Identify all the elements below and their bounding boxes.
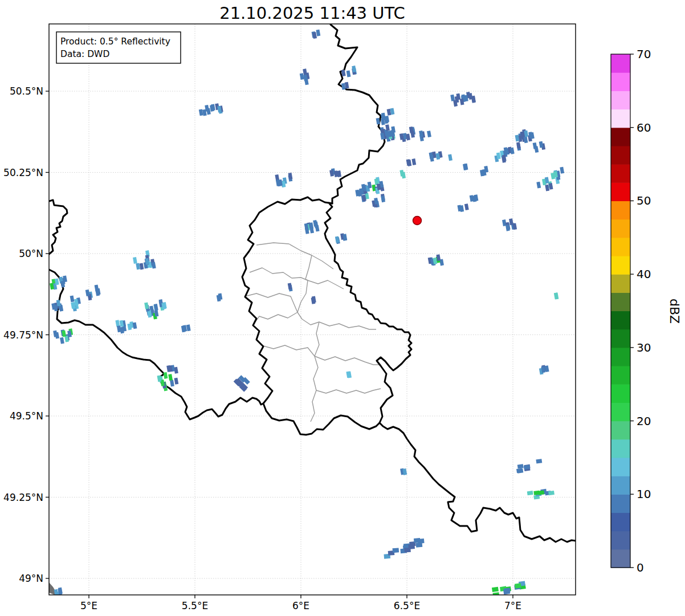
colorbar-segment — [611, 201, 630, 219]
radar-echo-bin — [524, 465, 530, 470]
colorbar-segment — [611, 311, 630, 330]
radar-echo-bin — [527, 491, 533, 495]
radar-echo-bin — [538, 490, 544, 495]
colorbar-segment — [611, 549, 630, 568]
radar-echo-bin — [517, 464, 524, 468]
colorbar-segment — [611, 329, 630, 348]
colorbar-segment — [611, 146, 630, 165]
lon-tick-label: 7°E — [504, 600, 521, 611]
colorbar-segment — [611, 292, 630, 311]
colorbar-segment — [611, 476, 630, 495]
colorbar-segment — [611, 366, 630, 385]
colorbar-segment — [611, 274, 630, 293]
colorbar-segment — [611, 421, 630, 440]
colorbar-tick-label: 0 — [637, 561, 644, 574]
radar-map-canvas: 50.5°N50.25°N50°N49.75°N49.5°N49.25°N49°… — [0, 0, 685, 616]
colorbar-segment — [611, 182, 630, 201]
radar-echo-bin — [408, 544, 415, 549]
colorbar-tick-label: 30 — [637, 341, 651, 354]
colorbar-segment — [611, 219, 630, 238]
radar-echo-bin — [548, 491, 554, 495]
colorbar-tick-label: 50 — [637, 194, 651, 207]
lat-tick-label: 50.5°N — [10, 85, 43, 97]
lat-tick-label: 50°N — [19, 248, 43, 259]
radar-echo-bin — [515, 583, 521, 588]
radar-echo-bin — [393, 548, 399, 553]
lon-tick-label: 5°E — [80, 600, 97, 611]
radar-map-figure: 50.5°N50.25°N50°N49.75°N49.5°N49.25°N49°… — [0, 0, 685, 616]
radar-echo-bin — [492, 587, 499, 592]
lon-tick-label: 6.5°E — [394, 600, 420, 611]
colorbar-segment — [611, 164, 630, 183]
product-annotation-box: Product: 0.5° Reflectivity Data: DWD — [56, 32, 181, 63]
lat-tick-label: 49°N — [19, 573, 43, 584]
colorbar-tick-label: 60 — [637, 121, 651, 134]
radar-echo-bin — [504, 588, 511, 593]
radar-echo-bin — [416, 542, 423, 548]
colorbar-segment — [611, 494, 630, 513]
radar-echo-bin — [517, 468, 523, 473]
colorbar-segment — [611, 512, 630, 531]
colorbar-axis-label: dBZ — [667, 299, 682, 324]
page-title: 21.10.2025 11:43 UTC — [219, 3, 405, 23]
colorbar-segment — [611, 91, 630, 109]
radar-echo-bin — [414, 538, 421, 543]
colorbar-segment — [611, 402, 630, 421]
colorbar-segment — [611, 72, 630, 91]
lon-tick-label: 6°E — [292, 600, 309, 611]
colorbar-segment — [611, 128, 630, 146]
radar-site-marker — [413, 217, 422, 225]
colorbar-tick-label: 70 — [637, 47, 651, 61]
colorbar-tick-label: 40 — [637, 267, 651, 281]
colorbar: 010203040506070 — [611, 47, 651, 574]
colorbar-segment — [611, 109, 630, 128]
lat-tick-label: 49.25°N — [3, 492, 43, 503]
lat-tick-label: 49.75°N — [3, 329, 43, 341]
colorbar-tick-label: 20 — [637, 414, 651, 428]
colorbar-segment — [611, 54, 630, 73]
annotation-product-line: Product: 0.5° Reflectivity — [60, 36, 170, 47]
lat-tick-label: 50.25°N — [3, 167, 43, 178]
lat-tick-label: 49.5°N — [10, 410, 43, 422]
colorbar-segment — [611, 439, 630, 458]
radar-echo-bin — [536, 459, 542, 463]
lon-tick-label: 5.5°E — [182, 600, 208, 611]
colorbar-tick-label: 10 — [637, 487, 651, 501]
colorbar-segment — [611, 531, 630, 550]
colorbar-segment — [611, 256, 630, 275]
colorbar-segment — [611, 238, 630, 256]
annotation-data-line: Data: DWD — [60, 49, 109, 59]
colorbar-segment — [611, 384, 630, 403]
colorbar-segment — [611, 348, 630, 366]
colorbar-segment — [611, 458, 630, 476]
